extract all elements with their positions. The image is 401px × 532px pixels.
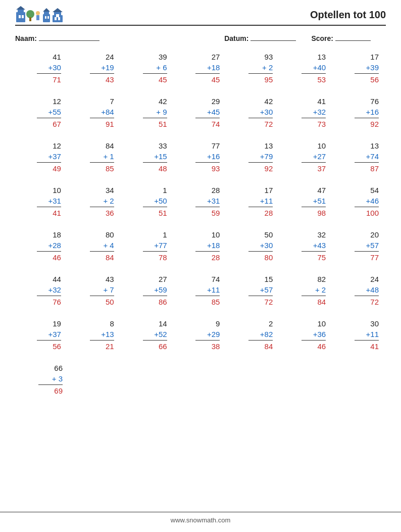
- problem-6-3: 9+2938: [174, 318, 227, 352]
- num-answer-6-5: 46: [317, 341, 326, 352]
- num-add-0-0: +30: [48, 62, 61, 73]
- answer-line-0-3: [195, 73, 220, 74]
- problem-4-1: 80+ 484: [68, 229, 121, 263]
- num-answer-2-6: 87: [370, 163, 379, 174]
- num-top-0-4: 93: [265, 52, 273, 62]
- num-top-4-2: 1: [163, 229, 167, 240]
- problem-5-0: 44+3276: [15, 274, 68, 307]
- num-add-2-0: +37: [48, 151, 61, 162]
- num-answer-6-6: 41: [370, 341, 379, 352]
- num-add-0-2: + 6: [156, 62, 167, 73]
- num-add-6-1: +13: [101, 329, 114, 340]
- problem-3-1: 34+ 236: [68, 185, 121, 218]
- problem-5-6: 24+4872: [333, 274, 386, 307]
- answer-line-2-4: [248, 162, 273, 163]
- answer-line-3-6: [355, 207, 379, 207]
- num-top-5-1: 43: [106, 274, 114, 284]
- num-top-6-2: 14: [159, 318, 167, 329]
- answer-line-2-2: [143, 162, 167, 163]
- num-top-2-4: 13: [265, 140, 273, 151]
- problem-5-5: 82+ 284: [280, 274, 333, 307]
- answer-line-1-6: [355, 118, 379, 118]
- answer-line-1-3: [195, 118, 220, 118]
- num-top-0-3: 27: [212, 52, 220, 62]
- answer-line-0-6: [355, 73, 379, 74]
- num-answer-6-0: 56: [53, 341, 61, 352]
- num-top-0-1: 24: [106, 52, 114, 62]
- num-top-5-3: 74: [212, 274, 220, 284]
- num-top-1-6: 76: [370, 96, 379, 107]
- problem-7-0: 66+ 369: [15, 363, 70, 396]
- num-add-4-2: +77: [154, 240, 167, 251]
- problem-1-4: 42+3072: [227, 96, 280, 129]
- problem-6-1: 8+1321: [68, 318, 121, 352]
- num-top-0-5: 13: [317, 52, 326, 62]
- svg-rect-19: [56, 14, 59, 17]
- problem-0-3: 27+1845: [174, 52, 227, 85]
- num-top-5-5: 82: [317, 274, 326, 284]
- problem-1-5: 41+3273: [280, 96, 333, 129]
- num-answer-2-0: 49: [53, 163, 61, 174]
- num-top-3-5: 47: [317, 185, 326, 196]
- datum-label: Datum:: [224, 34, 248, 42]
- num-top-6-4: 2: [269, 318, 273, 329]
- num-answer-0-1: 43: [106, 74, 114, 85]
- num-answer-4-6: 77: [370, 252, 379, 263]
- num-add-6-0: +37: [48, 329, 61, 340]
- svg-rect-18: [58, 17, 60, 20]
- num-answer-5-4: 72: [265, 297, 273, 307]
- num-add-6-2: +52: [154, 329, 167, 340]
- answer-line-6-0: [37, 340, 61, 341]
- num-answer-5-2: 86: [159, 297, 167, 307]
- num-add-0-3: +18: [207, 62, 220, 73]
- num-add-2-4: +79: [260, 151, 273, 162]
- num-answer-3-3: 59: [212, 208, 220, 218]
- num-top-2-6: 13: [370, 140, 379, 151]
- answer-line-3-5: [302, 207, 326, 207]
- num-answer-0-3: 45: [212, 74, 220, 85]
- answer-line-5-2: [143, 296, 167, 296]
- num-top-5-0: 44: [53, 274, 61, 284]
- num-top-6-3: 9: [216, 318, 220, 329]
- num-answer-1-5: 73: [317, 119, 326, 129]
- num-add-5-2: +59: [154, 284, 167, 295]
- answer-line-0-2: [143, 73, 167, 74]
- problem-1-1: 7+8491: [68, 96, 121, 129]
- num-top-4-6: 20: [370, 229, 379, 240]
- problems-area: 41+307124+194339+ 64527+184593+ 29513+40…: [15, 52, 386, 396]
- num-top-1-1: 7: [110, 96, 114, 107]
- num-top-6-0: 19: [53, 318, 61, 329]
- problem-3-2: 1+5051: [121, 185, 174, 218]
- num-add-2-2: +15: [154, 151, 167, 162]
- answer-line-6-6: [355, 340, 379, 341]
- svg-rect-10: [44, 11, 49, 15]
- answer-line-5-0: [37, 296, 61, 296]
- num-add-3-6: +46: [366, 196, 379, 206]
- num-top-4-4: 50: [265, 229, 273, 240]
- answer-line-6-1: [90, 340, 114, 341]
- info-row: Naam: Datum: Score:: [15, 33, 386, 42]
- num-add-5-1: + 7: [103, 284, 114, 295]
- page-title: Optellen tot 100: [310, 9, 386, 21]
- num-top-4-0: 18: [53, 229, 61, 240]
- num-add-4-0: +28: [48, 240, 61, 251]
- problems-row-4: 18+284680+ 4841+777810+182850+308032+437…: [15, 229, 386, 263]
- answer-line-2-6: [355, 162, 379, 163]
- num-answer-5-0: 76: [53, 297, 61, 307]
- answer-line-4-5: [302, 251, 326, 252]
- num-answer-1-1: 91: [106, 119, 114, 129]
- num-add-7-0: + 3: [52, 373, 63, 384]
- problem-2-3: 77+1693: [174, 140, 227, 174]
- svg-rect-13: [47, 16, 49, 19]
- num-top-3-0: 10: [53, 185, 61, 196]
- num-answer-0-6: 56: [370, 74, 379, 85]
- problem-0-5: 13+4053: [280, 52, 333, 85]
- num-add-1-2: + 9: [156, 107, 167, 117]
- num-top-6-1: 8: [110, 318, 114, 329]
- problem-2-0: 12+3749: [15, 140, 68, 174]
- num-add-1-6: +16: [366, 107, 379, 117]
- score-line: [335, 33, 371, 41]
- num-answer-3-2: 51: [159, 208, 167, 218]
- problem-4-6: 20+5777: [333, 229, 386, 263]
- num-add-6-6: +11: [366, 329, 379, 340]
